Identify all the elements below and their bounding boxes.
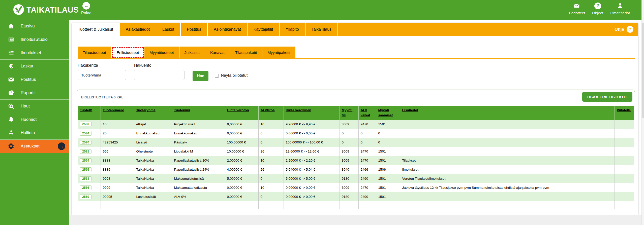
table-row: 2581666OheistuoteLippalakki M10,00000 €2… [78,147,634,156]
topbar-action-label: Omat tiedot [610,11,630,15]
sub-tab-tilaustuotteet[interactable]: Tilaustuotteet [78,47,111,58]
sidebar-item-ilmoitukset[interactable]: Ilmoitukset [0,46,69,60]
sidebar-item-label: Laskut [21,64,33,69]
col-header-tuotenimi[interactable]: Tuotenimi [172,106,225,120]
sub-tab-kanavat[interactable]: Kanavat [205,47,230,58]
product-id-link[interactable]: 2570 [80,140,91,145]
product-id-link[interactable]: 2560 [80,122,91,126]
sub-tab-myyntipaketit[interactable]: Myyntipaketit [262,47,296,58]
help-label: Ohje [615,27,624,32]
main-tabs-list: Tuotteet & JulkaisutAsiakastiedotLaskutP… [72,23,338,36]
col-header-alvpros[interactable]: ALVPros [258,106,284,120]
col-header-myynti-saamiset[interactable]: Myynti saamiset [376,106,400,120]
sidebar-item-etusivu[interactable]: Etusivu [0,20,69,33]
product-id-link[interactable]: 2566 [80,185,91,190]
newspaper-icon [8,36,15,43]
arrow-left-circle-icon: ← [82,2,90,10]
col-header-myynti-tili[interactable]: Myynti tili [340,106,358,120]
back-button[interactable]: ← Palaa [81,2,91,15]
table-row: 257043253425LisätyöKäsittely100,00000 €0… [78,138,634,147]
sidebar-item-label: Raportit [21,90,36,95]
search-field-label: Hakukenttä [78,63,126,68]
products-table: TuoteIDTuotenumeroTuoteryhmäTuotenimiHin… [78,106,634,209]
main-tab-asiointikanavat[interactable]: Asiointikanavat [208,23,248,36]
sidebar: EtusivuIlmoitusStudioIlmoitukset€LaskutP… [0,20,69,225]
search-term-label: Hakuehto [134,63,185,68]
cell-tuoteid: 2563 [78,174,101,183]
cubes-icon [8,130,15,136]
main-tab-bar: Tuotteet & JulkaisutAsiakastiedotLaskutP… [72,23,638,36]
col-header-piilotettu[interactable]: Piilotettu [615,106,634,120]
cell-tuoteid: 2566 [78,183,101,192]
cell-tuoteid: 2584 [78,129,101,138]
sidebar-item-ilmoitusstudio[interactable]: IlmoitusStudio [0,33,69,46]
sidebar-item-raportit[interactable]: Raportit [0,86,69,100]
table-row: 25658889TaikaNakkaPaperilaskutuslisä 24%… [78,165,634,174]
sub-tab-tilauspaketit[interactable]: Tilauspaketit [230,47,262,58]
sidebar-item-label: Postitus [21,77,36,82]
list-icon [8,50,15,56]
search-field-value: Tuoteryhmä [81,73,101,77]
col-header-tuoteid[interactable]: TuoteID [78,106,101,120]
col-header-hinta-verollinen[interactable]: Hinta verollinen [284,106,340,120]
scrollbar-thumb[interactable] [642,23,644,118]
product-id-link[interactable]: 2584 [80,131,91,136]
topbar-action-label: Tiedotteet [568,11,585,15]
sub-tab-julkaisut[interactable]: Julkaisut [179,47,205,58]
sidebar-item-asetukset[interactable]: Asetukset→ [0,140,69,153]
topbar-action-tiedotteet[interactable]: Tiedotteet [568,2,585,15]
main-tab-yllapito[interactable]: Ylläpito [280,23,305,36]
table-row: 25639998TaikaNakkaMaksumuistutuslisä5,00… [78,174,634,183]
add-product-button[interactable]: LISÄÄ ERILLISTUOTE [582,92,632,102]
main-tab-asiakastiedot[interactable]: Asiakastiedot [120,23,156,36]
cell-tuoteid: 2570 [78,138,101,147]
topbar-action-omat-tiedot[interactable]: Omat tiedot [610,2,630,15]
app-title: TAIKATILAUS [26,6,79,15]
sidebar-item-haut[interactable]: Haut [0,100,69,113]
search-button[interactable]: Hae [193,71,208,81]
product-id-link[interactable]: 2564 [80,158,91,163]
product-id-link[interactable]: 2569 [80,195,91,199]
scrollbar[interactable] [641,0,644,225]
topbar-action-ohjeet[interactable]: ?Ohjeet [592,2,603,15]
sidebar-item-label: Ilmoitukset [21,50,41,55]
cell-tuoteid: 2581 [78,147,101,156]
panel-header: ERILLISTUOTTEITA 0 KPL LISÄÄ ERILLISTUOT… [77,90,635,106]
show-hidden-toggle: Näytä piilotetut [215,73,248,78]
table-row: 25669999TaikaNakkaMaksamatta katkaistu0,… [78,183,634,192]
help-button[interactable]: Ohje ? [615,23,638,36]
sidebar-item-postitus[interactable]: Postitus [0,73,69,86]
sidebar-item-huomiot[interactable]: Huomiot [0,113,69,126]
cell-tuoteid: 2569 [78,192,101,201]
sub-tab-erillistuotteet[interactable]: Erillistuotteet [111,47,144,58]
show-hidden-label: Näytä piilotetut [221,73,248,78]
sidebar-item-hallinta[interactable]: Hallinta [0,126,69,140]
col-header-tuotenumero[interactable]: Tuotenumero [101,106,134,120]
product-id-link[interactable]: 2565 [80,167,91,172]
search-field-group: Hakukenttä Tuoteryhmä [78,63,126,80]
product-id-link[interactable]: 2581 [80,149,91,154]
main-tab-tuotteet-julkaisut[interactable]: Tuotteet & Julkaisut [72,23,120,36]
bell-icon [8,116,15,123]
col-header-lisatiedot[interactable]: Lisätiedot [400,106,615,120]
product-id-link[interactable]: 2563 [80,176,91,181]
col-header-hinta-veroton[interactable]: Hinta veroton [225,106,258,120]
search-field-select[interactable]: Tuoteryhmä [78,70,126,80]
col-header-alv-velkat[interactable]: ALV velkat [358,106,376,120]
envelope-icon [8,76,15,83]
show-hidden-checkbox[interactable] [215,74,219,78]
main-tab-taikatilaus[interactable]: TaikaTilaus [305,23,338,36]
home-icon [8,23,15,29]
app-logo: TAIKATILAUS [13,4,79,16]
main-tab-postitus[interactable]: Postitus [181,23,208,36]
question-circle-icon: ? [627,26,633,33]
sidebar-item-label: Haut [21,104,30,109]
main-tab-kayttajatilit[interactable]: Käyttäjätilit [248,23,280,36]
col-header-tuoteryhma[interactable]: Tuoteryhmä [134,106,172,120]
main-tabs-spacer [338,23,615,36]
sidebar-item-laskut[interactable]: €Laskut [0,60,69,73]
table-row: 256010eKirjatProjektin riskit9,00000 €10… [78,120,634,129]
search-term-input[interactable] [134,70,185,80]
sub-tab-myyntituotteet[interactable]: Myyntituotteet [144,47,179,58]
main-tab-laskut[interactable]: Laskut [156,23,181,36]
